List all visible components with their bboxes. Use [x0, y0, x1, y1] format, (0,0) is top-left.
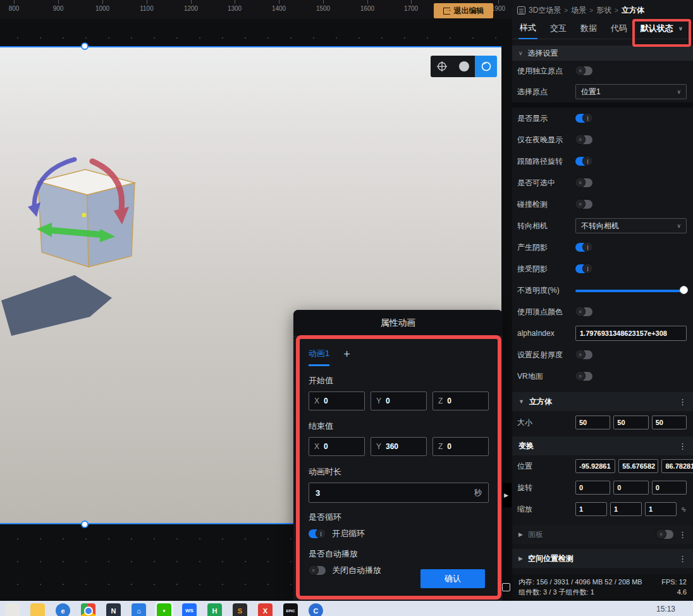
rotate-mode-button[interactable] [475, 56, 497, 77]
end-y-input[interactable]: Y 360 [371, 437, 427, 456]
vertex-color-row: 使用顶点颜色 [512, 301, 693, 323]
slider-handle[interactable] [680, 286, 688, 294]
kebab-menu-icon[interactable]: ⋮ [678, 397, 687, 407]
h-app-icon[interactable]: H [207, 603, 222, 616]
tab-style[interactable]: 样式 [518, 16, 537, 39]
receive-shadow-toggle[interactable] [575, 264, 592, 273]
select-settings-header[interactable]: ∨ 选择设置 [512, 46, 693, 61]
independent-origin-toggle[interactable] [575, 66, 592, 75]
duration-input[interactable]: 3 秒 [309, 483, 489, 503]
axis-label: Y [376, 442, 381, 451]
start-y-input[interactable]: Y 0 [371, 391, 427, 410]
gizmo-origin-button[interactable] [431, 56, 453, 77]
ruler-tick [14, 0, 15, 4]
ruler-tick [279, 0, 279, 4]
scale-x-input[interactable]: 1 [575, 502, 607, 516]
ruler-tick [323, 0, 324, 4]
selectable-toggle[interactable] [575, 178, 592, 187]
position-y-input[interactable]: 55.676582 [618, 459, 658, 473]
night-only-row: 仅在夜晚显示 [512, 129, 693, 151]
rotation-row: 旋转 0 0 0 [512, 477, 693, 498]
breadcrumb-item[interactable]: 场景 [571, 5, 586, 16]
tab-interaction[interactable]: 交互 [549, 17, 568, 39]
solid-sphere-button[interactable] [453, 56, 475, 77]
cast-shadow-toggle[interactable] [575, 243, 592, 252]
wechat-icon[interactable]: ● [157, 603, 171, 616]
field-value: 0 [386, 397, 390, 405]
start-value-fields: X 0 Y 0 Z 0 [309, 391, 489, 410]
cube-section-header[interactable]: ▼ 立方体 ⋮ [512, 392, 693, 411]
panel-section-header[interactable]: ▶ 面板 ⋮ [512, 525, 693, 544]
autoplay-toggle[interactable] [309, 566, 326, 575]
loop-state-label: 开启循环 [332, 528, 365, 539]
vr-ground-toggle[interactable] [575, 372, 592, 381]
breadcrumb-item[interactable]: 形状 [596, 5, 611, 16]
add-animation-button[interactable]: + [343, 348, 350, 366]
row-label: VR地面 [517, 371, 575, 382]
link-icon[interactable]: ∞ [680, 505, 689, 514]
exit-edit-button[interactable]: 退出编辑 [434, 3, 493, 18]
tab-code[interactable]: 代码 [610, 17, 629, 39]
rotation-x-input[interactable]: 0 [575, 481, 610, 495]
transform-section-header[interactable]: 变换 ⋮ [512, 436, 693, 455]
taskbar-clock[interactable]: 15:13 [656, 605, 675, 613]
scale-y-input[interactable]: 1 [610, 502, 642, 516]
reflect-depth-toggle[interactable] [575, 350, 592, 359]
field-value: 0 [324, 442, 328, 451]
start-x-input[interactable]: X 0 [309, 391, 365, 410]
origin-select-dropdown[interactable]: 位置1 ∨ [575, 84, 687, 99]
wps-icon[interactable]: WS [182, 603, 197, 616]
c-app-icon[interactable]: C [309, 603, 323, 616]
space-detect-section-header[interactable]: ▶ 空间位置检测 ⋮ [512, 549, 693, 568]
chrome-browser-icon[interactable] [81, 603, 95, 616]
loop-toggle[interactable] [309, 529, 326, 538]
x-app-icon[interactable]: X [258, 603, 273, 616]
vertex-color-toggle[interactable] [575, 307, 592, 316]
edge-browser-icon[interactable]: e [56, 603, 70, 616]
alpha-index-input[interactable]: 1.7976931348623157e+308 [575, 326, 687, 341]
rotation-y-input[interactable]: 0 [613, 481, 648, 495]
panel-section-toggle[interactable] [656, 530, 673, 539]
night-only-toggle[interactable] [575, 135, 592, 144]
exit-icon [443, 8, 450, 15]
rotation-z-input[interactable]: 0 [652, 481, 687, 495]
property-animation-dialog: 属性动画 动画1 + 开始值 X 0 Y 0 Z 0 结束值 X 0 [293, 310, 503, 601]
tab-data[interactable]: 数据 [579, 17, 598, 39]
artboard-top-handle[interactable] [81, 42, 89, 50]
ruler-tick [498, 0, 499, 4]
s-app-icon[interactable]: S [233, 603, 247, 616]
position-x-input[interactable]: -95.92861 [575, 459, 615, 473]
epic-icon[interactable]: EPIC [283, 603, 298, 616]
position-z-input[interactable]: 86.782814 [661, 459, 693, 473]
confirm-button[interactable]: 确认 [420, 569, 485, 588]
end-z-input[interactable]: Z 0 [432, 437, 489, 456]
scale-z-input[interactable]: 1 [645, 502, 677, 516]
collision-toggle[interactable] [575, 200, 592, 209]
kebab-menu-icon[interactable]: ⋮ [678, 530, 687, 539]
breadcrumb-item[interactable]: 3D空场景 [529, 5, 561, 16]
ruler-tick [411, 0, 412, 4]
notes-app-icon[interactable]: N [106, 603, 121, 616]
camera-facing-dropdown[interactable]: 不转向相机 ∨ [575, 218, 687, 233]
follow-path-toggle[interactable] [575, 157, 592, 166]
visibility-toggle[interactable] [575, 114, 592, 123]
breadcrumb-separator: > [589, 7, 593, 14]
size-y-input[interactable]: 50 [613, 416, 648, 429]
row-label: 使用独立原点 [517, 66, 575, 77]
end-x-input[interactable]: X 0 [309, 437, 365, 456]
tab-animation1[interactable]: 动画1 [309, 348, 329, 366]
state-dropdown[interactable]: 默认状态 ∨ [639, 20, 684, 37]
kebab-menu-icon[interactable]: ⋮ [678, 554, 687, 564]
ms-store-icon[interactable]: ⌂ [132, 603, 146, 616]
opacity-slider[interactable] [575, 286, 687, 295]
file-explorer-icon[interactable] [5, 603, 20, 616]
folder-icon[interactable] [30, 603, 45, 616]
chevron-down-icon: ∨ [677, 223, 681, 229]
breadcrumb: 3D空场景 > 场景 > 形状 > 立方体 [512, 0, 693, 16]
kebab-menu-icon[interactable]: ⋮ [678, 441, 687, 451]
artboard-bottom-handle[interactable] [81, 521, 89, 528]
size-x-input[interactable]: 50 [575, 416, 610, 429]
size-z-input[interactable]: 50 [652, 416, 687, 429]
ruler-tick [102, 0, 103, 4]
start-z-input[interactable]: Z 0 [432, 391, 489, 410]
